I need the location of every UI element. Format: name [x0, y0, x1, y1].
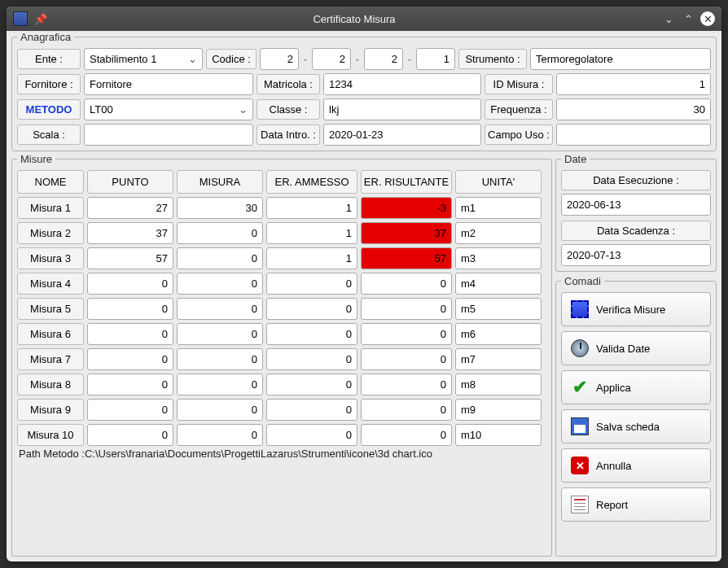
data-scadenza-label: Data Scadenza : [561, 221, 711, 241]
unita-input[interactable]: m6 [455, 323, 542, 345]
scala-input[interactable] [84, 124, 253, 146]
er-ammesso-input[interactable]: 1 [266, 247, 357, 269]
punto-input[interactable]: 37 [87, 222, 173, 244]
frequenza-input[interactable] [556, 98, 711, 120]
misura-input[interactable]: 0 [177, 323, 263, 345]
misura-input[interactable]: 0 [177, 399, 263, 421]
misure-grid: NOMEPUNTOMISURAER. AMMESSOER. RISULTANTE… [17, 170, 546, 446]
scala-label: Scala : [17, 125, 81, 145]
codice-label: Codice : [206, 49, 257, 69]
punto-input[interactable]: 0 [87, 399, 173, 421]
misura-nome: Misura 2 [17, 222, 84, 244]
er-ammesso-input[interactable]: 0 [266, 323, 357, 345]
fornitore-input[interactable] [84, 73, 253, 95]
dataintro-input[interactable] [323, 124, 481, 146]
unita-input[interactable]: m8 [455, 374, 542, 395]
unita-input[interactable]: m7 [455, 348, 542, 370]
er-risultante-input[interactable]: 0 [361, 323, 452, 345]
metodo-link[interactable]: METODO [17, 99, 81, 120]
er-risultante-input[interactable]: 0 [361, 399, 452, 421]
misura-nome: Misura 3 [17, 247, 84, 269]
strumento-input[interactable] [530, 48, 711, 70]
frequenza-label: Frequenza : [485, 99, 553, 120]
misura-nome: Misura 6 [17, 323, 84, 345]
codice-2-input[interactable] [312, 48, 351, 70]
metodo-select[interactable]: LT00 ⌄ [84, 98, 253, 120]
matricola-label: Matricola : [257, 74, 320, 94]
main-window: 📌 Certificato Misura ⌄ ⌃ ✕ Anagrafica En… [7, 7, 721, 561]
column-header: ER. AMMESSO [266, 170, 357, 194]
misura-input[interactable]: 0 [177, 247, 263, 269]
unita-input[interactable]: m10 [455, 424, 542, 446]
unita-input[interactable]: m1 [455, 197, 542, 219]
salva-scheda-button[interactable]: Salva scheda [561, 409, 711, 443]
er-ammesso-input[interactable]: 0 [266, 273, 357, 295]
pin-icon[interactable]: 📌 [34, 13, 47, 25]
misura-input[interactable]: 0 [177, 348, 263, 370]
misure-group: Misure NOMEPUNTOMISURAER. AMMESSOER. RIS… [11, 153, 552, 557]
unita-input[interactable]: m4 [455, 273, 542, 295]
campouso-input[interactable] [556, 124, 711, 146]
unita-input[interactable]: m3 [455, 247, 542, 269]
idmisura-label: ID Misura : [485, 74, 553, 94]
punto-input[interactable]: 57 [87, 247, 173, 269]
metodo-value: LT00 [90, 103, 113, 116]
misura-nome: Misura 4 [17, 273, 84, 295]
er-risultante-input[interactable]: 57 [361, 247, 452, 269]
unita-input[interactable]: m5 [455, 298, 542, 320]
misura-input[interactable]: 0 [177, 298, 263, 320]
strumento-label: Strumento : [458, 49, 527, 69]
ente-label: Ente : [17, 49, 81, 69]
misura-input[interactable]: 0 [177, 374, 263, 395]
data-scadenza-input[interactable] [561, 244, 711, 266]
er-ammesso-input[interactable]: 1 [266, 222, 357, 244]
punto-input[interactable]: 0 [87, 298, 173, 320]
unita-input[interactable]: m2 [455, 222, 542, 244]
er-risultante-input[interactable]: 0 [361, 273, 452, 295]
maximize-icon[interactable]: ⌃ [681, 11, 695, 26]
codice-3-input[interactable] [364, 48, 403, 70]
verifica-misure-button[interactable]: Verifica Misure [561, 292, 711, 326]
report-button[interactable]: Report [561, 487, 711, 522]
unita-input[interactable]: m9 [455, 399, 542, 421]
data-esecuzione-input[interactable] [561, 194, 711, 216]
date-group: Date Data Esecuzione : Data Scadenza : [555, 153, 717, 272]
valida-date-button[interactable]: Valida Date [561, 331, 711, 365]
punto-input[interactable]: 0 [87, 374, 173, 395]
punto-input[interactable]: 27 [87, 197, 173, 219]
er-ammesso-input[interactable]: 0 [266, 399, 357, 421]
er-ammesso-input[interactable]: 0 [266, 424, 357, 446]
er-ammesso-input[interactable]: 0 [266, 374, 357, 395]
applica-button[interactable]: ✔ Applica [561, 370, 711, 404]
misura-input[interactable]: 30 [177, 197, 263, 219]
misura-input[interactable]: 0 [177, 222, 263, 244]
column-header: UNITA' [455, 170, 542, 194]
er-risultante-input[interactable]: -3 [361, 197, 452, 219]
punto-input[interactable]: 0 [87, 348, 173, 370]
er-risultante-input[interactable]: 0 [361, 298, 452, 320]
punto-input[interactable]: 0 [87, 424, 173, 446]
misura-input[interactable]: 0 [177, 424, 263, 446]
idmisura-input[interactable] [556, 73, 711, 95]
matricola-input[interactable] [323, 73, 481, 95]
punto-input[interactable]: 0 [87, 323, 173, 345]
er-ammesso-input[interactable]: 0 [266, 298, 357, 320]
ente-select[interactable]: Stabilimento 1 ⌄ [84, 48, 203, 70]
er-ammesso-input[interactable]: 0 [266, 348, 357, 370]
close-icon[interactable]: ✕ [700, 11, 715, 26]
classe-input[interactable] [323, 98, 481, 120]
er-ammesso-input[interactable]: 1 [266, 197, 357, 219]
minimize-icon[interactable]: ⌄ [661, 11, 676, 26]
misura-input[interactable]: 0 [177, 273, 263, 295]
er-risultante-input[interactable]: 0 [361, 374, 452, 395]
er-risultante-input[interactable]: 0 [361, 424, 452, 446]
column-header: ER. RISULTANTE [361, 170, 452, 194]
er-risultante-input[interactable]: 0 [361, 348, 452, 370]
punto-input[interactable]: 0 [87, 273, 173, 295]
annulla-button[interactable]: ✕ Annulla [561, 448, 711, 483]
anagrafica-group: Anagrafica Ente : Stabilimento 1 ⌄ Codic… [11, 31, 717, 151]
codice-1-input[interactable] [260, 48, 299, 70]
misura-nome: Misura 5 [17, 298, 84, 320]
er-risultante-input[interactable]: 37 [361, 222, 452, 244]
codice-4-input[interactable] [416, 48, 455, 70]
